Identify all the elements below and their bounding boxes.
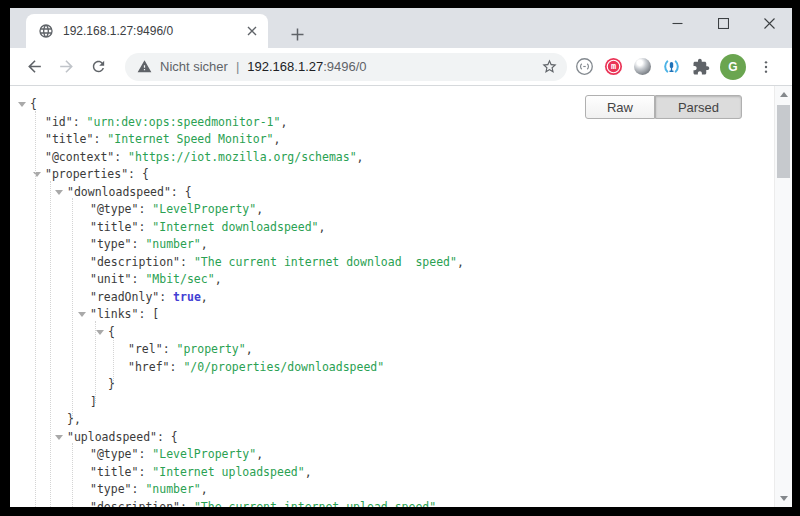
new-tab-button[interactable]	[284, 21, 310, 47]
window-controls	[654, 8, 792, 38]
json-line: "@type": "LevelProperty",	[10, 201, 775, 219]
json-line: "links": [	[10, 306, 775, 324]
json-line: {	[10, 324, 775, 342]
json-line: "downloadspeed": {	[10, 184, 775, 202]
url-path[interactable]: :9496/0	[323, 59, 366, 74]
indent-guide	[95, 321, 96, 403]
svg-text:m: m	[611, 61, 616, 71]
json-line: "href": "/0/properties/downloadspeed"	[10, 359, 775, 377]
forward-button[interactable]	[53, 54, 79, 80]
window-minimize-button[interactable]	[654, 8, 700, 38]
back-button[interactable]	[21, 54, 47, 80]
json-line: "readOnly": true,	[10, 289, 775, 307]
parsed-button[interactable]: Parsed	[655, 95, 742, 119]
url-host[interactable]: 192.168.1.27	[247, 59, 323, 74]
json-line: ]	[10, 394, 775, 412]
collapse-toggle-icon[interactable]	[18, 102, 26, 107]
json-line: "type": "number",	[10, 481, 775, 499]
page-content: {"id": "urn:dev:ops:speedmonitor-1","tit…	[10, 86, 792, 507]
browser-tab[interactable]: 192.168.1.27:9496/0	[26, 14, 268, 48]
json-line: "properties": {	[10, 166, 775, 184]
json-line: "@context": "https://iot.mozilla.org/sch…	[10, 149, 775, 167]
sphere-extension-icon[interactable]	[628, 53, 657, 81]
globe-favicon-icon	[38, 23, 54, 39]
json-line: },	[10, 411, 775, 429]
view-toggle: Raw Parsed	[585, 95, 742, 119]
browser-toolbar: Nicht sicher | 192.168.1.27:9496/0 m G	[10, 48, 792, 86]
json-line: "description": "The current internet dow…	[10, 254, 775, 272]
raw-button[interactable]: Raw	[585, 95, 655, 119]
json-line: }	[10, 376, 775, 394]
json-line: "title": "Internet downloadspeed",	[10, 219, 775, 237]
window-close-button[interactable]	[746, 8, 792, 38]
json-line: "rel": "property",	[10, 341, 775, 359]
screenshot-root: { "browser": { "tab": { "title": "192.16…	[0, 0, 800, 516]
address-bar[interactable]: Nicht sicher | 192.168.1.27:9496/0	[125, 53, 567, 81]
warning-triangle-icon	[137, 59, 152, 74]
url-separator: |	[236, 59, 239, 74]
indent-guide	[113, 338, 114, 385]
json-line: "unit": "Mbit/sec",	[10, 271, 775, 289]
indent-guide	[35, 111, 36, 508]
security-label[interactable]: Nicht sicher	[160, 59, 228, 74]
browser-window: 192.168.1.27:9496/0	[10, 8, 792, 507]
scrollbar-down-arrow-icon[interactable]	[775, 491, 792, 506]
mozilla-iot-extension-icon[interactable]: m	[599, 53, 628, 81]
collapse-toggle-icon[interactable]	[55, 435, 63, 440]
json-line: "type": "number",	[10, 236, 775, 254]
menu-kebab-icon[interactable]	[751, 53, 780, 81]
indent-guide	[72, 443, 73, 507]
tab-title: 192.168.1.27:9496/0	[63, 24, 243, 38]
json-line: "uploadspeed": {	[10, 429, 775, 447]
collapse-toggle-icon[interactable]	[78, 312, 86, 317]
collapse-toggle-icon[interactable]	[55, 190, 63, 195]
indent-guide	[72, 198, 73, 420]
extensions-area: m G	[570, 53, 784, 81]
vertical-scrollbar[interactable]	[774, 86, 792, 507]
tab-close-icon[interactable]	[243, 23, 260, 40]
broadcast-extension-icon[interactable]	[657, 53, 686, 81]
scrollbar-up-arrow-icon[interactable]	[775, 87, 792, 102]
indent-guide	[50, 181, 51, 508]
profile-avatar[interactable]: G	[720, 54, 746, 80]
json-line: "title": "Internet Speed Monitor",	[10, 131, 775, 149]
collapse-toggle-icon[interactable]	[96, 330, 104, 335]
reload-button[interactable]	[85, 54, 111, 80]
puzzle-extensions-icon[interactable]	[686, 53, 715, 81]
json-line: "@type": "LevelProperty",	[10, 446, 775, 464]
json-line: "description": "The current internet upl…	[10, 499, 775, 508]
bookmark-star-icon[interactable]	[541, 58, 558, 75]
window-maximize-button[interactable]	[700, 8, 746, 38]
dial-extension-icon[interactable]	[570, 53, 599, 81]
tab-strip: 192.168.1.27:9496/0	[10, 8, 792, 48]
scrollbar-thumb[interactable]	[777, 105, 790, 178]
json-line: "title": "Internet uploadspeed",	[10, 464, 775, 482]
json-tree: {"id": "urn:dev:ops:speedmonitor-1","tit…	[10, 86, 775, 507]
